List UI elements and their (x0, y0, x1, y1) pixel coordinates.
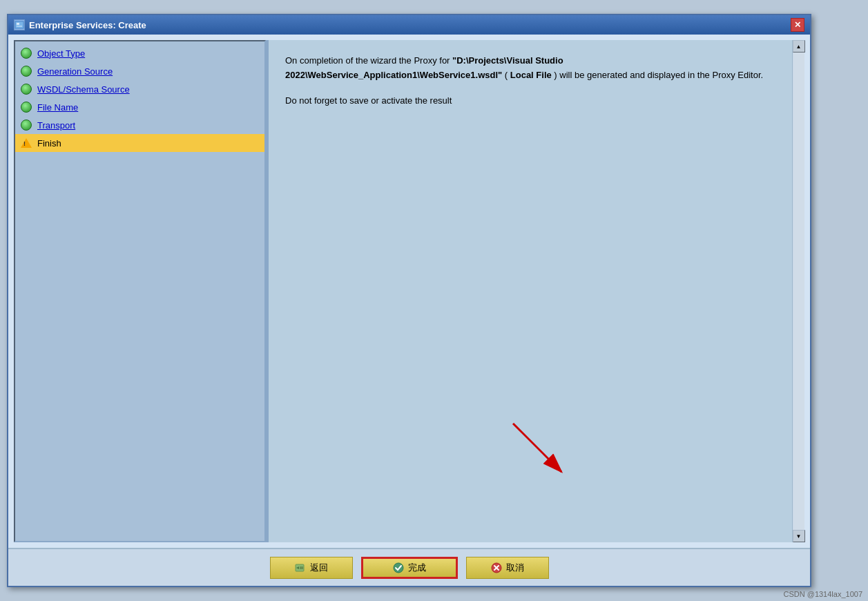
back-button[interactable]: 返回 (270, 557, 353, 579)
sidebar-label-transport: Transport (37, 120, 75, 131)
sidebar-item-generation-source[interactable]: Generation Source (15, 62, 264, 80)
status-icon-finish (21, 137, 32, 149)
status-icon-file-name (21, 102, 32, 113)
close-button[interactable]: ✕ (791, 18, 804, 32)
sidebar-label-wsdl-source: WSDL/Schema Source (37, 84, 130, 95)
back-label: 返回 (310, 562, 328, 574)
status-icon-generation-source (21, 66, 32, 77)
sidebar-item-file-name[interactable]: File Name (15, 98, 264, 116)
main-content-area: On completion of the wizard the Proxy fo… (269, 40, 792, 542)
scroll-up-button[interactable]: ▲ (793, 40, 805, 53)
sidebar-label-finish: Finish (37, 138, 61, 149)
finish-icon (393, 562, 404, 573)
save-reminder: Do not forget to save or activate the re… (285, 94, 775, 108)
sidebar-item-object-type[interactable]: Object Type (15, 44, 264, 62)
warning-triangle-icon (21, 138, 32, 148)
dialog-title: Enterprise Services: Create (29, 20, 146, 30)
sidebar-item-finish[interactable]: Finish (15, 134, 264, 152)
watermark: CSDN @1314lax_1007 (783, 590, 862, 598)
dialog-content: Object Type Generation Source WSDL/Schem… (8, 35, 810, 548)
status-icon-object-type (21, 48, 32, 59)
cancel-icon (491, 562, 502, 573)
sidebar-item-transport[interactable]: Transport (15, 116, 264, 134)
title-bar-left: Enterprise Services: Create (14, 19, 146, 30)
status-icon-wsdl-source (21, 84, 32, 95)
sidebar-item-wsdl-source[interactable]: WSDL/Schema Source (15, 80, 264, 98)
sidebar-label-object-type: Object Type (37, 48, 85, 59)
finish-button[interactable]: 完成 (361, 557, 458, 579)
sidebar-label-file-name: File Name (37, 102, 78, 113)
cancel-label: 取消 (506, 562, 524, 574)
desc-suffix: ) will be generated and displayed in the… (552, 70, 763, 80)
content-wrapper: On completion of the wizard the Proxy fo… (269, 40, 804, 542)
finish-label: 完成 (408, 562, 426, 574)
dialog-icon (14, 19, 25, 30)
svg-rect-1 (17, 23, 19, 25)
enterprise-services-dialog: Enterprise Services: Create ✕ Object Typ… (7, 14, 811, 587)
button-bar: 返回 完成 取消 (8, 548, 810, 586)
status-icon-transport (21, 120, 32, 131)
wizard-sidebar: Object Type Generation Source WSDL/Schem… (14, 40, 266, 542)
scroll-down-button[interactable]: ▼ (793, 530, 805, 542)
svg-rect-7 (300, 566, 303, 569)
cancel-button[interactable]: 取消 (466, 557, 549, 579)
title-bar: Enterprise Services: Create ✕ (8, 15, 810, 35)
scrollbar[interactable]: ▲ ▼ (792, 40, 804, 542)
desc-prefix: On completion of the wizard the Proxy fo… (285, 55, 452, 66)
scroll-track (793, 53, 804, 530)
desc-mid: ( (502, 70, 510, 80)
back-icon (295, 562, 306, 573)
sidebar-label-generation-source: Generation Source (37, 66, 113, 77)
local-file-bold: Local File (510, 70, 552, 80)
completion-description: On completion of the wizard the Proxy fo… (285, 54, 775, 83)
